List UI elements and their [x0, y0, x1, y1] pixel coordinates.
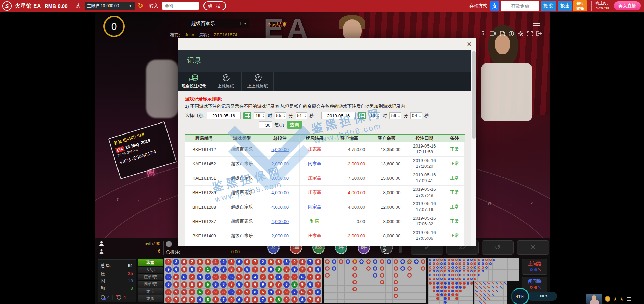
road-menu-item[interactable]: 庄单/双	[138, 274, 163, 280]
end-date-input[interactable]	[321, 112, 356, 119]
bet-detail-link[interactable]: 2,000.00	[271, 233, 289, 238]
repeat-bet-button[interactable]: ↺	[482, 240, 514, 255]
cockroach-road[interactable]	[474, 281, 507, 304]
ring-icon	[530, 268, 533, 271]
calendar-icon[interactable]	[243, 112, 251, 119]
quick-deposit-button[interactable]: 极速	[558, 1, 572, 11]
road-cell	[344, 272, 351, 279]
start-date-input[interactable]	[207, 112, 241, 119]
road-cell	[331, 285, 337, 292]
road-cell	[428, 285, 432, 289]
road-cell	[443, 258, 447, 262]
start-minute-stepper[interactable]: 55▲▼	[275, 112, 286, 119]
modal-header: 记录	[178, 50, 476, 72]
start-second-stepper[interactable]: 51▲▼	[296, 112, 307, 119]
cancel-bet-button[interactable]: ✕	[517, 240, 549, 255]
road-cell: 7	[306, 296, 314, 303]
road-cell	[399, 265, 406, 272]
road-cell: 9	[283, 296, 290, 303]
road-cell: 6	[212, 266, 220, 273]
road-cell	[432, 285, 436, 289]
big-eye-road[interactable]	[428, 258, 519, 281]
road-menu-item[interactable]: 大/小	[138, 267, 163, 273]
fullscreen-icon[interactable]	[527, 31, 533, 36]
table-cell: 8,000.00	[261, 171, 299, 185]
road-cell	[462, 262, 466, 266]
calendar-icon[interactable]	[358, 112, 366, 119]
bet-detail-link[interactable]: 4,000.00	[271, 190, 289, 195]
road-menu-item[interactable]: 龙凤	[138, 295, 163, 302]
road-menu-item[interactable]: 龙宝	[138, 288, 163, 295]
bead-plate-road[interactable]: 9297994286972968947996967167895796389796…	[164, 258, 322, 303]
big-road[interactable]	[324, 258, 426, 303]
submit-button[interactable]: 提 交	[541, 1, 556, 11]
road-cell	[462, 277, 466, 281]
bet-detail-link[interactable]: 5,000.00	[271, 147, 289, 152]
road-cell	[399, 292, 406, 299]
confirm-button[interactable]: 确 定	[203, 1, 226, 10]
transfer-amount-input[interactable]	[162, 2, 199, 10]
small-road[interactable]	[428, 281, 473, 304]
end-second-stepper[interactable]: 04▲▼	[410, 112, 422, 119]
report-file-icon[interactable]	[500, 31, 505, 36]
tab-current-shoe-road[interactable]: 上靴路纸	[210, 72, 242, 91]
video-camera-icon[interactable]	[490, 31, 496, 36]
gear-icon[interactable]	[518, 31, 523, 36]
modal-scrollbar[interactable]	[471, 50, 476, 246]
road-cell	[466, 266, 470, 269]
deposit-amount-input[interactable]	[501, 1, 539, 11]
road-cell: 5	[283, 273, 290, 281]
road-cell	[455, 262, 458, 266]
page-size-row: 笔/页 查询	[185, 121, 465, 129]
brand-logo-icon: S	[2, 1, 12, 11]
table-cell: BKE161409	[185, 229, 223, 243]
bet-detail-link[interactable]: 8,000.00	[271, 176, 289, 181]
page-size-input[interactable]	[259, 121, 272, 128]
shoe-road-icon	[222, 74, 230, 82]
mini-menu-icon[interactable]	[627, 297, 631, 301]
road-menu-item[interactable]: 珠盘	[138, 259, 163, 266]
end-minute-stepper[interactable]: 56▲▼	[389, 112, 401, 119]
refresh-icon[interactable]: ↻	[138, 2, 143, 10]
query-button[interactable]: 查询	[287, 121, 302, 129]
end-hour-stepper[interactable]: 19▲▼	[369, 112, 380, 119]
table-cell: 庄家赢	[299, 185, 330, 200]
table-cell: 4,000.00	[261, 214, 299, 229]
tab-cash-bet-records[interactable]: 现金投注纪录	[178, 72, 210, 91]
banker-ask-road-button[interactable]: 庄问路	[522, 259, 547, 275]
road-cell	[515, 258, 519, 262]
game-select-dropdown[interactable]: 超级百家乐 ▼	[187, 19, 249, 28]
exit-icon[interactable]	[536, 31, 542, 36]
road-cell	[365, 265, 372, 272]
road-menu-item[interactable]: 闲单/双	[138, 281, 163, 288]
start-hour-stepper[interactable]: 16▲▼	[254, 112, 265, 119]
road-cell	[451, 277, 455, 281]
account-select[interactable]: 主账户 10,000.00 ▼	[85, 2, 135, 10]
road-cell: 9	[227, 296, 235, 303]
road-cell	[379, 272, 385, 279]
road-cell: 9	[196, 273, 204, 281]
road-cell	[436, 300, 439, 304]
road-cell: 9	[164, 296, 172, 303]
road-cell	[358, 292, 365, 299]
bet-detail-link[interactable]: 4,000.00	[271, 219, 289, 224]
camera-icon[interactable]	[480, 31, 486, 36]
tab-previous-shoe-road[interactable]: 上上靴路纸	[242, 72, 274, 91]
alipay-icon[interactable]: 支	[490, 1, 499, 11]
live-thumbnail[interactable]	[586, 294, 602, 304]
screen: EA 1 , 2 , 3 , 4 4 , 5 , 6 , 7 闲对 闲 0 超级…	[0, 0, 644, 304]
info-icon[interactable]	[509, 31, 514, 36]
road-cell	[379, 279, 385, 285]
menu-icon[interactable]	[533, 21, 540, 26]
scrollbar-thumb[interactable]	[472, 51, 476, 139]
road-cell	[470, 281, 473, 285]
road-cell	[439, 262, 443, 266]
bet-detail-link[interactable]: 2,000.00	[271, 161, 289, 166]
bank-transfer-button[interactable]: 银行转账	[573, 0, 587, 11]
bet-detail-link[interactable]: 4,000.00	[271, 204, 289, 210]
beauty-live-button[interactable]: 美女直播	[614, 1, 641, 10]
road-cell	[420, 265, 426, 272]
road-cell: 9	[180, 288, 188, 296]
close-icon[interactable]: ✕	[467, 40, 472, 48]
road-cell	[507, 262, 511, 266]
